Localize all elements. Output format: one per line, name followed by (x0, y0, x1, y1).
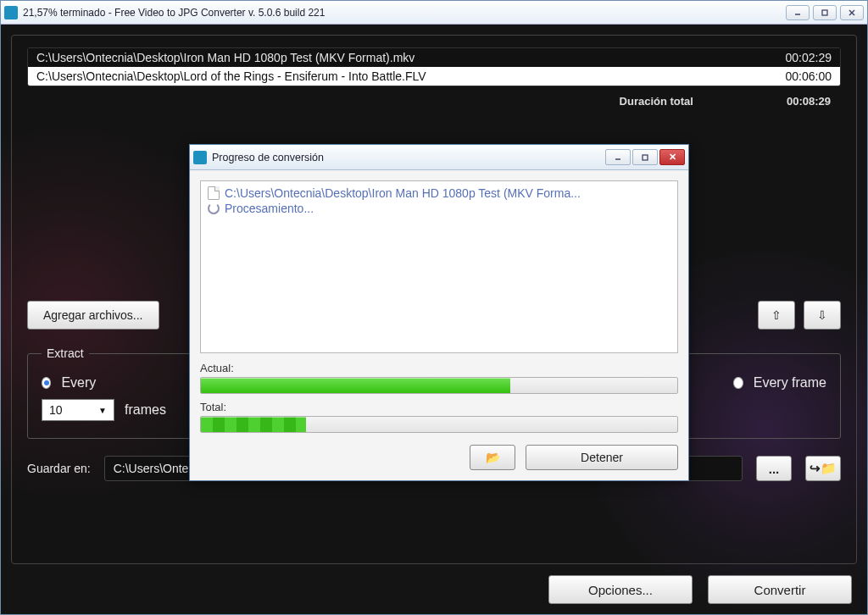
titlebar[interactable]: 21,57% terminado - Free Video to JPG Con… (1, 1, 867, 25)
document-icon (208, 186, 220, 200)
every-frame-radio[interactable] (733, 377, 743, 389)
svg-rect-5 (643, 155, 648, 160)
app-icon (4, 6, 18, 19)
file-duration: 00:06:00 (786, 69, 832, 83)
move-down-button[interactable]: ⇩ (804, 301, 841, 330)
add-files-button[interactable]: Agregar archivos... (27, 301, 159, 330)
file-row[interactable]: C:\Users\Ontecnia\Desktop\Lord of the Ri… (28, 67, 840, 86)
file-path: C:\Users\Ontecnia\Desktop\Iron Man HD 10… (36, 51, 415, 64)
total-duration-value: 00:08:29 (787, 95, 831, 108)
total-label: Total: (200, 401, 678, 413)
app-icon (193, 151, 207, 164)
file-duration: 00:02:29 (786, 51, 832, 64)
dialog-title: Progreso de conversión (212, 152, 605, 163)
progress-status-item: Procesamiento... (208, 202, 670, 215)
dialog-close-button[interactable]: ✕ (659, 149, 685, 165)
file-row[interactable]: C:\Users\Ontecnia\Desktop\Iron Man HD 10… (28, 48, 840, 67)
actual-progress-fill (201, 378, 510, 393)
dialog-titlebar[interactable]: Progreso de conversión ✕ (190, 145, 688, 170)
frames-value: 10 (49, 403, 63, 417)
window-title: 21,57% terminado - Free Video to JPG Con… (23, 7, 786, 19)
total-progress-fill (201, 417, 306, 432)
file-list[interactable]: C:\Users\Ontecnia\Desktop\Iron Man HD 10… (27, 47, 841, 86)
file-path: C:\Users\Ontecnia\Desktop\Lord of the Ri… (36, 69, 426, 83)
client-area: C:\Users\Ontecnia\Desktop\Iron Man HD 10… (1, 25, 867, 614)
svg-rect-1 (822, 10, 827, 15)
browse-button[interactable]: ... (756, 456, 792, 481)
dialog-minimize-button[interactable] (605, 149, 631, 165)
every-n-radio[interactable] (42, 377, 51, 389)
progress-file-path: C:\Users\Ontecnia\Desktop\Iron Man HD 10… (225, 186, 581, 200)
progress-dialog: Progreso de conversión ✕ C:\Users\Ontecn… (189, 144, 689, 481)
open-output-folder-button[interactable]: 📂 (470, 445, 515, 470)
progress-status: Procesamiento... (225, 202, 314, 215)
open-folder-button[interactable]: ↪📁 (805, 456, 841, 481)
save-label: Guardar en: (27, 462, 91, 475)
every-label: Every (61, 375, 96, 391)
extract-legend: Extract (42, 346, 89, 360)
minimize-button[interactable] (786, 5, 810, 20)
every-frame-label: Every frame (754, 375, 826, 391)
processing-icon (208, 202, 220, 214)
stop-button[interactable]: Detener (526, 445, 678, 470)
frames-select[interactable]: 10 ▼ (42, 399, 114, 421)
options-button[interactable]: Opciones... (548, 575, 693, 604)
actual-label: Actual: (200, 362, 678, 374)
total-progressbar (200, 416, 678, 433)
progress-file-item: C:\Users\Ontecnia\Desktop\Iron Man HD 10… (208, 186, 670, 200)
convert-button[interactable]: Convertir (708, 575, 852, 604)
main-window: 21,57% terminado - Free Video to JPG Con… (0, 0, 868, 615)
progress-listbox[interactable]: C:\Users\Ontecnia\Desktop\Iron Man HD 10… (200, 180, 678, 353)
dialog-maximize-button[interactable] (632, 149, 658, 165)
total-duration-label: Duración total (620, 95, 693, 108)
total-duration-row: Duración total 00:08:29 (27, 86, 841, 108)
move-up-button[interactable]: ⇧ (758, 301, 795, 330)
maximize-button[interactable] (813, 5, 837, 20)
actual-progressbar (200, 377, 678, 394)
close-button[interactable] (840, 5, 864, 20)
chevron-down-icon: ▼ (98, 406, 107, 415)
frames-label: frames (125, 402, 166, 418)
